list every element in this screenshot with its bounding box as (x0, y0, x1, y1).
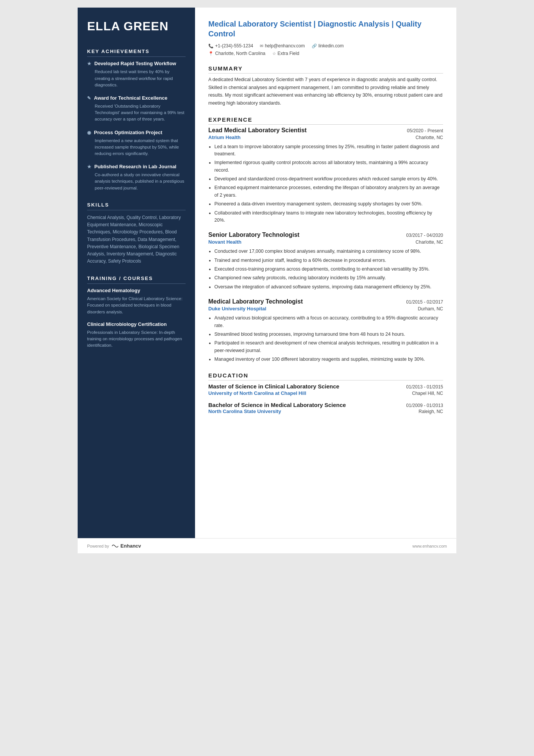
edu-1-subheader: University of North Carolina at Chapel H… (208, 390, 443, 396)
location-icon: 📍 (208, 51, 214, 56)
main-content: Medical Laboratory Scientist | Diagnosti… (195, 8, 456, 538)
skills-section: SKILLS Chemical Analysis, Quality Contro… (87, 202, 186, 265)
job-2-bullet-3: Executed cross-training programs across … (214, 266, 443, 273)
job-2-header: Senior Laboratory Technologist 03/2017 -… (208, 232, 443, 238)
summary-title: SUMMARY (208, 65, 443, 74)
job-title: Medical Laboratory Scientist | Diagnosti… (208, 19, 443, 39)
contact-row-1: 📞 +1-(234)-555-1234 ✉ help@enhancv.com 🔗… (208, 43, 443, 49)
job-2-bullet-1: Conducted over 17,000 complex blood anal… (214, 248, 443, 255)
training-1: Advanced Hematology American Society for… (87, 288, 186, 315)
edu-1-date: 01/2013 - 01/2015 (406, 384, 443, 390)
phone-text: +1-(234)-555-1234 (215, 43, 253, 49)
job-3-date: 01/2015 - 02/2017 (406, 299, 443, 305)
training-1-title: Advanced Hematology (87, 288, 186, 294)
education-section: EDUCATION Master of Science in Clinical … (208, 372, 443, 414)
job-3-title: Medical Laboratory Technologist (208, 298, 303, 305)
job-2-bullets: Conducted over 17,000 complex blood anal… (208, 248, 443, 291)
edu-2-degree: Bachelor of Science in Medical Laborator… (208, 401, 346, 409)
edu-2-subheader: North Carolina State University Raleigh,… (208, 409, 443, 414)
skills-text: Chemical Analysis, Quality Control, Labo… (87, 214, 186, 265)
training-2-desc: Professionals in Laboratory Science: In-… (87, 329, 186, 349)
job-1-location: Charlotte, NC (415, 135, 443, 140)
enhancv-logo: Enhancv (111, 543, 141, 549)
extra-text: Extra Field (278, 51, 299, 56)
edu-2-date: 01/2009 - 01/2013 (406, 403, 443, 408)
job-3: Medical Laboratory Technologist 01/2015 … (208, 298, 443, 363)
job-1-bullets: Led a team to improve laboratory sample … (208, 143, 443, 224)
achievement-4-title: ★ Published Research in Lab Journal (87, 164, 186, 170)
job-3-bullet-4: Managed inventory of over 100 different … (214, 356, 443, 363)
edu-2-location: Raleigh, NC (418, 409, 443, 414)
job-2-bullet-5: Oversaw the integration of advanced soft… (214, 283, 443, 291)
achievement-1: ★ Developed Rapid Testing Workflow Reduc… (87, 61, 186, 88)
job-2: Senior Laboratory Technologist 03/2017 -… (208, 232, 443, 291)
edu-2: Bachelor of Science in Medical Laborator… (208, 401, 443, 415)
edu-1-degree: Master of Science in Clinical Laboratory… (208, 383, 339, 390)
edu-1-school: University of North Carolina at Chapel H… (208, 390, 306, 396)
experience-title: EXPERIENCE (208, 116, 443, 125)
star-icon-2: ★ (87, 164, 91, 170)
achievement-4: ★ Published Research in Lab Journal Co-a… (87, 164, 186, 191)
achievements-section: KEY ACHIEVEMENTS ★ Developed Rapid Testi… (87, 49, 186, 191)
edu-1-location: Chapel Hill, NC (412, 391, 443, 396)
job-3-company: Duke University Hospital (208, 306, 266, 311)
job-1-bullet-6: Collaborated with interdisciplinary team… (214, 210, 443, 224)
extra-contact: ☆ Extra Field (272, 51, 299, 56)
phone-icon: 📞 (208, 44, 214, 49)
skills-title: SKILLS (87, 202, 186, 210)
job-1-bullet-3: Developed and standardized cross-departm… (214, 175, 443, 183)
job-1-title: Lead Medical Laboratory Scientist (208, 127, 307, 134)
phone-contact: 📞 +1-(234)-555-1234 (208, 43, 253, 49)
job-3-bullet-3: Participated in research and development… (214, 340, 443, 354)
experience-section: EXPERIENCE Lead Medical Laboratory Scien… (208, 116, 443, 363)
footer-left: Powered by Enhancv (87, 543, 141, 549)
training-section: TRAINING / COURSES Advanced Hematology A… (87, 275, 186, 349)
training-title: TRAINING / COURSES (87, 275, 186, 284)
training-2: Clinical Microbiology Certification Prof… (87, 321, 186, 349)
sidebar: ELLA GREEN KEY ACHIEVEMENTS ★ Developed … (78, 8, 195, 538)
job-3-bullets: Analyzed various biological specimens wi… (208, 315, 443, 363)
achievement-3-desc: Implemented a new automated system that … (87, 138, 186, 157)
header-section: Medical Laboratory Scientist | Diagnosti… (208, 19, 443, 56)
job-3-location: Durham, NC (418, 306, 443, 311)
achievement-2-title: ✎ Award for Technical Excellence (87, 95, 186, 102)
job-1-bullet-5: Pioneered a data-driven inventory manage… (214, 200, 443, 208)
pencil-icon: ✎ (87, 95, 91, 102)
linkedin-text: linkedin.com (319, 43, 344, 49)
training-1-desc: American Society for Clinical Laboratory… (87, 296, 186, 315)
education-title: EDUCATION (208, 372, 443, 380)
location-contact: 📍 Charlotte, North Carolina (208, 51, 265, 56)
location-text: Charlotte, North Carolina (215, 51, 265, 56)
job-1-subheader: Atrium Health Charlotte, NC (208, 135, 443, 140)
job-3-bullet-1: Analyzed various biological specimens wi… (214, 315, 443, 329)
edu-1-header: Master of Science in Clinical Laboratory… (208, 383, 443, 390)
achievements-title: KEY ACHIEVEMENTS (87, 49, 186, 57)
brand-name: Enhancv (120, 543, 141, 549)
summary-text: A dedicated Medical Laboratory Scientist… (208, 76, 443, 107)
link-icon: 🔗 (312, 44, 317, 49)
powered-by-text: Powered by (87, 544, 109, 548)
job-2-bullet-4: Championed new safety protocols, reducin… (214, 274, 443, 282)
job-1-header: Lead Medical Laboratory Scientist 05/202… (208, 127, 443, 134)
job-1-date: 05/2020 - Present (407, 128, 443, 133)
email-contact: ✉ help@enhancv.com (260, 43, 304, 49)
job-3-subheader: Duke University Hospital Durham, NC (208, 306, 443, 311)
linkedin-contact: 🔗 linkedin.com (312, 43, 344, 49)
email-text: help@enhancv.com (265, 43, 304, 49)
star-icon-small: ☆ (272, 51, 276, 56)
job-1: Lead Medical Laboratory Scientist 05/202… (208, 127, 443, 224)
job-2-bullet-2: Trained and mentored junior staff, leadi… (214, 257, 443, 264)
job-1-bullet-2: Implemented rigorous quality control pro… (214, 159, 443, 174)
candidate-name: ELLA GREEN (87, 19, 186, 33)
achievement-4-desc: Co-authored a study on innovative chemic… (87, 172, 186, 191)
edu-1: Master of Science in Clinical Laboratory… (208, 383, 443, 396)
job-2-subheader: Novant Health Charlotte, NC (208, 239, 443, 245)
achievement-2: ✎ Award for Technical Excellence Receive… (87, 95, 186, 123)
circle-icon: ◉ (87, 130, 91, 136)
footer: Powered by Enhancv www.enhancv.com (78, 538, 456, 553)
job-3-bullet-2: Streamlined blood testing processes, imp… (214, 331, 443, 338)
achievement-3: ◉ Process Optimization Project Implement… (87, 130, 186, 157)
star-icon-1: ★ (87, 61, 91, 67)
job-1-bullet-1: Led a team to improve laboratory sample … (214, 143, 443, 158)
job-1-company: Atrium Health (208, 135, 240, 140)
